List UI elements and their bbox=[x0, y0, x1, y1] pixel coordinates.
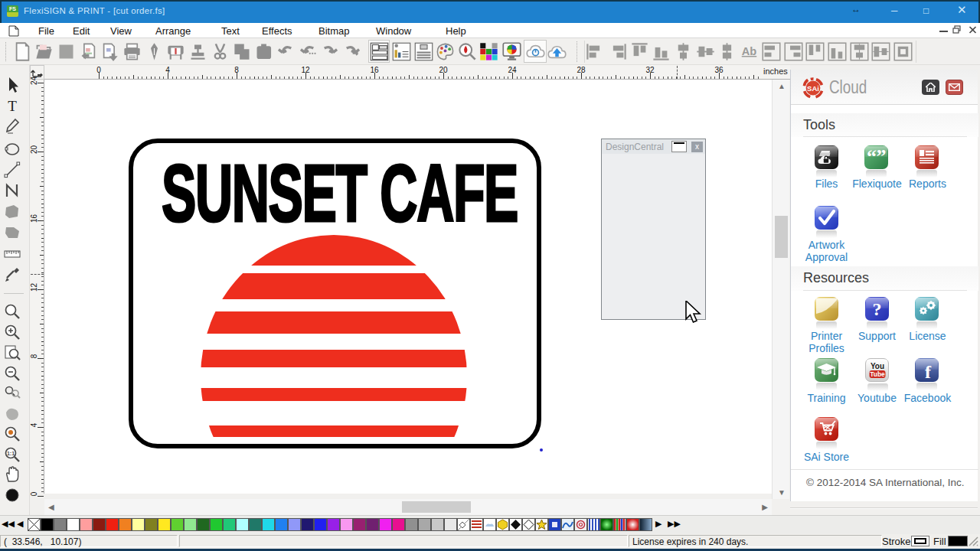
svg-text:?: ? bbox=[873, 299, 882, 319]
svg-text:SAi: SAi bbox=[807, 84, 819, 93]
svg-text:You: You bbox=[871, 362, 884, 370]
svg-text:“: “ bbox=[867, 145, 877, 168]
svg-text:”: ” bbox=[877, 145, 887, 168]
svg-text:1:1: 1:1 bbox=[7, 451, 15, 456]
svg-text:Ab: Ab bbox=[741, 45, 756, 57]
svg-text:f: f bbox=[925, 362, 932, 382]
svg-text:Tube: Tube bbox=[870, 370, 885, 378]
svg-text:T: T bbox=[8, 98, 17, 114]
